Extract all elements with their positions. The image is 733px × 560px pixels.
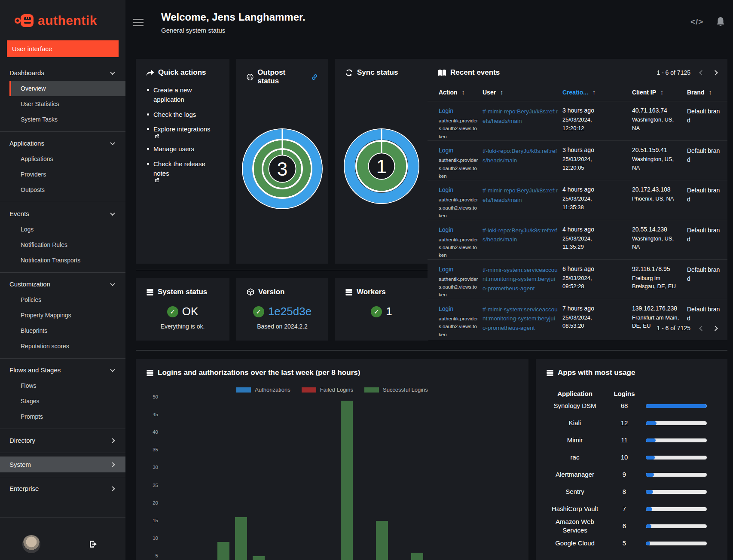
- quick-actions-title: Quick actions: [158, 68, 206, 77]
- sidebar-item-blueprints[interactable]: Blueprints: [9, 323, 125, 338]
- column-header-creatio[interactable]: Creatio...↑: [562, 89, 628, 96]
- page-prev-icon[interactable]: [699, 326, 705, 331]
- sidebar-item-flows[interactable]: Flows: [9, 378, 125, 393]
- sidebar-item-dashboards[interactable]: Dashboards: [0, 65, 125, 81]
- y-tick-label: 45: [142, 412, 158, 417]
- quick-action-check-the-logs[interactable]: Check the logs: [147, 110, 222, 119]
- event-action-detail: authentik.providers.oauth2.views.token: [439, 275, 478, 299]
- sidebar-item-system[interactable]: System: [0, 457, 125, 472]
- api-code-icon[interactable]: </>: [690, 17, 703, 27]
- chart-bar: [376, 521, 388, 560]
- sidebar-item-user-statistics[interactable]: User Statistics: [9, 96, 125, 112]
- app-name: Alertmanager: [547, 470, 603, 479]
- event-location: Phoenix, US, NA: [632, 195, 683, 203]
- server-icon: [146, 369, 154, 377]
- menu-toggle-icon[interactable]: [133, 19, 144, 28]
- notifications-bell-icon[interactable]: [715, 16, 726, 27]
- event-user-link[interactable]: tf-loki-repo:BeryJu/k8s:ref:refs/heads/m…: [483, 146, 558, 165]
- quick-action-check-the-release-notes[interactable]: Check the release notes: [147, 159, 222, 183]
- avatar[interactable]: [22, 535, 40, 553]
- event-action-link[interactable]: Login: [439, 305, 453, 312]
- column-label: Client IP: [632, 89, 656, 96]
- sidebar-item-stages[interactable]: Stages: [9, 393, 125, 409]
- quick-actions-list: Create a new applicationCheck the logsEx…: [136, 77, 229, 183]
- event-user-link[interactable]: tf-mimir-system:serviceaccount:monitorin…: [483, 265, 558, 293]
- sidebar-item-applications[interactable]: Applications: [9, 151, 125, 167]
- app-name: Mimir: [547, 436, 603, 444]
- sidebar-item-prompts[interactable]: Prompts: [9, 409, 125, 424]
- sidebar-item-notification-rules[interactable]: Notification Rules: [9, 237, 125, 253]
- event-action-link[interactable]: Login: [439, 266, 453, 273]
- chevron-right-icon: [110, 486, 115, 491]
- event-action-link[interactable]: Login: [439, 147, 453, 154]
- event-action-link[interactable]: Login: [439, 186, 453, 193]
- usage-bar-track: [646, 490, 707, 494]
- event-action-detail: authentik.providers.oauth2.views.token: [439, 196, 478, 219]
- sidebar-item-system-tasks[interactable]: System Tasks: [9, 112, 125, 127]
- event-user-link[interactable]: tf-mimir-system:serviceaccount:monitorin…: [483, 305, 558, 333]
- sidebar-item-applications[interactable]: Applications: [0, 135, 125, 151]
- event-timestamp: 25/03/2024, 11:35:38: [562, 195, 610, 211]
- logo-wordmark: authentik: [38, 13, 97, 28]
- user-interface-button[interactable]: User interface: [7, 40, 119, 57]
- event-location: Washington, US, NA: [632, 116, 683, 132]
- version-header: Version: [236, 278, 328, 296]
- event-time-ago: 7 hours ago: [562, 305, 628, 312]
- sidebar-item-notification-transports[interactable]: Notification Transports: [9, 253, 125, 268]
- sidebar-section-label: Dashboards: [9, 69, 44, 76]
- sidebar-item-directory[interactable]: Directory: [0, 432, 125, 448]
- version-value[interactable]: 1e25d3e: [268, 305, 312, 318]
- outpost-donut: 3: [236, 128, 328, 210]
- usage-bar-fill: [646, 438, 656, 442]
- page-next-icon[interactable]: [712, 70, 718, 76]
- sidebar-item-enterprise[interactable]: Enterprise: [0, 481, 125, 496]
- recent-events-title: Recent events: [450, 68, 500, 77]
- event-action-link[interactable]: Login: [439, 107, 453, 114]
- sidebar-item-events[interactable]: Events: [0, 206, 125, 222]
- quick-action-explore-integrations[interactable]: Explore integrations: [147, 125, 222, 139]
- apps-table-header: Application Logins: [536, 390, 727, 397]
- event-action-detail: authentik.providers.oauth2.views.token: [439, 117, 478, 140]
- apps-row-sentry: Sentry8: [536, 483, 727, 500]
- y-tick-label: 30: [142, 465, 158, 470]
- logins-chart-card: Logins and authorizations over the last …: [136, 359, 528, 560]
- event-user-link[interactable]: tf-mimir-repo:BeryJu/k8s:ref:refs/heads/…: [483, 186, 558, 204]
- event-brand: Default brand: [687, 265, 722, 283]
- quick-action-manage-users[interactable]: Manage users: [147, 144, 222, 154]
- sidebar-item-logs[interactable]: Logs: [9, 222, 125, 237]
- usage-bar-track: [646, 542, 707, 545]
- logout-icon[interactable]: [89, 539, 98, 549]
- event-client-ip: 20.51.159.41: [632, 146, 683, 153]
- column-header-action[interactable]: Action↕: [439, 89, 478, 96]
- sidebar-item-flows-and-stages[interactable]: Flows and Stages: [0, 362, 125, 378]
- app-login-count: 12: [606, 419, 642, 427]
- sidebar-section-label: Directory: [9, 437, 35, 444]
- usage-bar-track: [646, 524, 707, 528]
- sidebar-item-customization[interactable]: Customization: [0, 276, 125, 292]
- sidebar-item-overview[interactable]: Overview: [9, 81, 125, 96]
- event-user-link[interactable]: tf-loki-repo:BeryJu/k8s:ref:refs/heads/m…: [483, 226, 558, 244]
- event-location: Washington, US, NA: [632, 155, 683, 172]
- event-user-link[interactable]: tf-mimir-repo:BeryJu/k8s:ref:refs/heads/…: [483, 107, 558, 125]
- sidebar-item-property-mappings[interactable]: Property Mappings: [9, 307, 125, 323]
- y-tick-label: 40: [142, 429, 158, 435]
- sidebar-item-providers[interactable]: Providers: [9, 167, 125, 182]
- column-header-user[interactable]: User↕: [483, 89, 558, 96]
- sidebar-item-outposts[interactable]: Outposts: [9, 182, 125, 198]
- page-prev-icon[interactable]: [699, 70, 705, 76]
- column-header-client-ip[interactable]: Client IP↕: [632, 89, 683, 96]
- quick-action-create-a-new-application[interactable]: Create a new application: [147, 85, 222, 104]
- column-header-brand[interactable]: Brand↕: [687, 89, 723, 96]
- page-next-icon[interactable]: [712, 326, 718, 331]
- bullet-icon: [147, 89, 149, 91]
- workers-value: 1: [386, 305, 392, 318]
- event-action-link[interactable]: Login: [439, 226, 453, 233]
- quick-action-label: Check the release notes: [153, 159, 222, 183]
- link-icon[interactable]: [311, 73, 318, 81]
- sort-up-icon: ↑: [593, 89, 596, 96]
- server-icon: [146, 289, 154, 296]
- sidebar-item-reputation-scores[interactable]: Reputation scores: [9, 338, 125, 354]
- table-row: Loginauthentik.providers.oauth2.views.to…: [428, 140, 727, 180]
- sidebar-item-policies[interactable]: Policies: [9, 292, 125, 307]
- event-client-ip: 92.116.178.95: [632, 265, 683, 272]
